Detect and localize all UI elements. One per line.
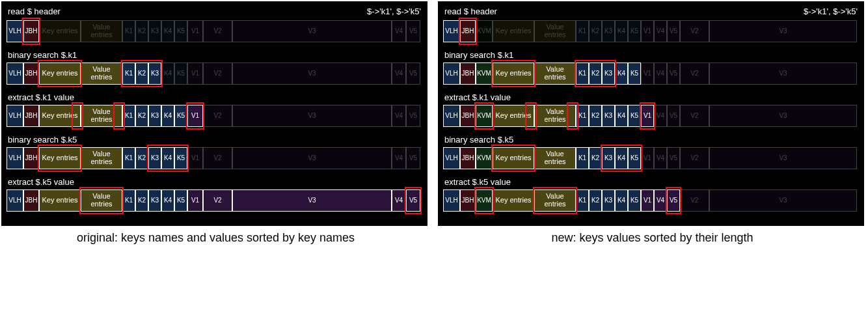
cell-ve: Value entries bbox=[81, 105, 122, 127]
cell-k1: K1 bbox=[122, 20, 135, 42]
cell-k1: K1 bbox=[122, 147, 135, 169]
cell-v2: V2 bbox=[680, 20, 709, 42]
cell-v4: V4 bbox=[392, 63, 406, 85]
cell-ke: Key entries bbox=[39, 63, 81, 85]
cell-v2: V2 bbox=[680, 105, 709, 127]
cell-v2: V2 bbox=[680, 147, 709, 169]
cell-jbh: JBH bbox=[23, 105, 39, 127]
cell-vlh: VLH bbox=[7, 105, 23, 127]
cell-ve: Value entries bbox=[81, 147, 122, 169]
topbar: read $ header$->'k1', $->'k5' bbox=[444, 7, 858, 16]
step: extract $.k1 valueVLHJBHKey entriesValue… bbox=[7, 92, 422, 127]
cell-ke: Key entries bbox=[493, 63, 534, 85]
cell-v4: V4 bbox=[392, 20, 406, 42]
step-label: binary search $.k5 bbox=[444, 135, 859, 145]
cell-v5: V5 bbox=[667, 189, 680, 212]
cell-k1: K1 bbox=[576, 189, 589, 212]
cell-ke: Key entries bbox=[39, 147, 81, 169]
cell-k5: K5 bbox=[628, 189, 641, 212]
cell-v3: V3 bbox=[709, 189, 857, 212]
step-label: binary search $.k1 bbox=[8, 50, 422, 60]
memory-bar: VLHJBHKey entriesValue entriesK1K2K3K4K5… bbox=[7, 105, 422, 127]
cell-jbh: JBH bbox=[460, 189, 476, 212]
cell-vlh: VLH bbox=[443, 105, 460, 127]
left-column: read $ header$->'k1', $->'k5'VLHJBHKey e… bbox=[1, 1, 430, 245]
panel-original: read $ header$->'k1', $->'k5'VLHJBHKey e… bbox=[1, 1, 427, 226]
cell-k2: K2 bbox=[589, 20, 602, 42]
memory-bar: VLHJBHKVMKey entriesValue entriesK1K2K3K… bbox=[443, 189, 859, 212]
cell-v2: V2 bbox=[203, 105, 232, 127]
step: VLHJBHKVMKey entriesValue entriesK1K2K3K… bbox=[443, 20, 859, 42]
cell-v3: V3 bbox=[709, 105, 857, 127]
cell-k2: K2 bbox=[135, 147, 148, 169]
cell-ke: Key entries bbox=[39, 20, 81, 42]
cell-v5: V5 bbox=[406, 20, 420, 42]
memory-bar: VLHJBHKVMKey entriesValue entriesK1K2K3K… bbox=[443, 105, 859, 127]
cell-v1: V1 bbox=[187, 20, 203, 42]
memory-bar: VLHJBHKVMKey entriesValue entriesK1K2K3K… bbox=[443, 63, 859, 85]
cell-ke: Key entries bbox=[493, 105, 534, 127]
memory-bar: VLHJBHKVMKey entriesValue entriesK1K2K3K… bbox=[443, 147, 859, 169]
cell-v3: V3 bbox=[232, 20, 392, 42]
cell-v5: V5 bbox=[406, 63, 420, 85]
cell-k2: K2 bbox=[589, 105, 602, 127]
cell-k3: K3 bbox=[602, 147, 615, 169]
cell-ve: Value entries bbox=[534, 20, 576, 42]
cell-k5: K5 bbox=[628, 20, 641, 42]
cell-v4: V4 bbox=[654, 189, 667, 212]
cell-kvm: KVM bbox=[476, 63, 493, 85]
cell-v5: V5 bbox=[667, 105, 680, 127]
header-left: read $ header bbox=[444, 7, 497, 16]
cell-ve: Value entries bbox=[81, 20, 122, 42]
cell-vlh: VLH bbox=[443, 20, 460, 42]
memory-bar: VLHJBHKey entriesValue entriesK1K2K3K4K5… bbox=[7, 63, 422, 85]
step: binary search $.k5VLHJBHKey entriesValue… bbox=[7, 135, 422, 169]
cell-v5: V5 bbox=[667, 63, 680, 85]
cell-k5: K5 bbox=[628, 63, 641, 85]
cell-v3: V3 bbox=[232, 147, 392, 169]
cell-k3: K3 bbox=[602, 189, 615, 212]
cell-k2: K2 bbox=[135, 20, 148, 42]
step-label: binary search $.k1 bbox=[444, 50, 859, 60]
cell-jbh: JBH bbox=[460, 147, 476, 169]
cell-v2: V2 bbox=[203, 147, 232, 169]
cell-k5: K5 bbox=[628, 105, 641, 127]
cell-vlh: VLH bbox=[443, 189, 460, 212]
cell-vlh: VLH bbox=[7, 189, 23, 212]
step-label: binary search $.k5 bbox=[8, 135, 422, 145]
cell-k1: K1 bbox=[576, 63, 589, 85]
cell-v1: V1 bbox=[641, 20, 654, 42]
cell-vlh: VLH bbox=[443, 63, 460, 85]
cell-k1: K1 bbox=[576, 20, 589, 42]
memory-bar: VLHJBHKey entriesValue entriesK1K2K3K4K5… bbox=[7, 189, 422, 212]
step-label: extract $.k1 value bbox=[8, 92, 422, 102]
cell-k4: K4 bbox=[161, 63, 174, 85]
cell-v2: V2 bbox=[203, 63, 232, 85]
cell-k3: K3 bbox=[148, 63, 161, 85]
cell-k2: K2 bbox=[135, 189, 148, 212]
cell-k4: K4 bbox=[615, 147, 628, 169]
cell-jbh: JBH bbox=[23, 63, 39, 85]
cell-k4: K4 bbox=[161, 189, 174, 212]
cell-k1: K1 bbox=[576, 105, 589, 127]
cell-kvm: KVM bbox=[476, 20, 493, 42]
cell-kvm: KVM bbox=[476, 189, 493, 212]
cell-k4: K4 bbox=[615, 189, 628, 212]
cell-ve: Value entries bbox=[81, 63, 122, 85]
cell-k4: K4 bbox=[161, 105, 174, 127]
cell-v5: V5 bbox=[667, 20, 680, 42]
cell-k3: K3 bbox=[602, 105, 615, 127]
cell-k3: K3 bbox=[148, 105, 161, 127]
step-label: extract $.k5 value bbox=[444, 177, 859, 187]
cell-vlh: VLH bbox=[7, 147, 23, 169]
cell-k2: K2 bbox=[135, 105, 148, 127]
cell-v2: V2 bbox=[203, 189, 232, 212]
cell-ke: Key entries bbox=[493, 189, 534, 212]
cell-k5: K5 bbox=[174, 20, 187, 42]
step: binary search $.k5VLHJBHKVMKey entriesVa… bbox=[443, 135, 859, 169]
cell-k5: K5 bbox=[174, 105, 187, 127]
cell-k4: K4 bbox=[615, 63, 628, 85]
cell-k2: K2 bbox=[589, 147, 602, 169]
cell-ke: Key entries bbox=[493, 20, 534, 42]
cell-k2: K2 bbox=[589, 189, 602, 212]
